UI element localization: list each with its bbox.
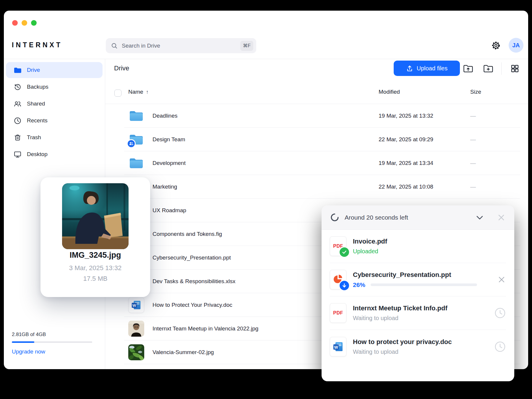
upload-item-action bbox=[494, 341, 506, 353]
file-modified: 19 Mar, 2025 at 13:34 bbox=[379, 160, 433, 166]
zoom-window-button[interactable] bbox=[31, 20, 37, 26]
file-row[interactable]: Development 19 Mar, 2025 at 13:34 — bbox=[105, 151, 528, 175]
drive-folder-icon bbox=[14, 66, 21, 74]
file-row-icon: W bbox=[128, 297, 144, 313]
backups-icon bbox=[14, 83, 22, 91]
upload-time-remaining: Around 20 seconds left bbox=[345, 214, 408, 221]
file-modified: 22 Mar, 2025 at 09:29 bbox=[379, 136, 433, 143]
waiting-clock-icon bbox=[494, 307, 506, 319]
close-icon bbox=[497, 213, 506, 222]
sidebar-item-shared[interactable]: Shared bbox=[6, 96, 103, 112]
minimize-window-button[interactable] bbox=[22, 20, 27, 26]
chevron-down-icon bbox=[475, 213, 485, 223]
search-bar[interactable]: ⌘F bbox=[106, 38, 256, 53]
upload-icon bbox=[406, 65, 413, 72]
recents-icon bbox=[14, 117, 22, 125]
sort-ascending-icon[interactable]: ↑ bbox=[146, 89, 149, 95]
uploading-arrow-badge bbox=[339, 280, 350, 291]
file-row-icon bbox=[128, 155, 144, 171]
upload-progress-bar bbox=[371, 283, 477, 286]
file-row[interactable]: Deadlines 19 Mar, 2025 at 13:32 — bbox=[105, 104, 528, 128]
sidebar-item-drive[interactable]: Drive bbox=[6, 62, 103, 78]
sidebar-item-backups[interactable]: Backups bbox=[6, 79, 103, 95]
file-name: How to Protect Your Privacy.doc bbox=[153, 302, 232, 308]
new-folder-button[interactable] bbox=[481, 62, 495, 75]
sidebar-item-desktop[interactable]: Desktop bbox=[6, 146, 103, 162]
trash-icon bbox=[14, 134, 22, 142]
avatar[interactable]: JA bbox=[509, 38, 523, 53]
gear-icon bbox=[491, 40, 501, 51]
file-name: Cybersecurity_Presentation.ppt bbox=[153, 254, 231, 261]
file-row[interactable]: Marketing 22 Mar, 2025 at 10:08 — bbox=[105, 175, 528, 199]
file-row[interactable]: Design Team 22 Mar, 2025 at 09:29 — bbox=[105, 128, 528, 151]
sidebar-item-trash[interactable]: Trash bbox=[6, 129, 103, 145]
svg-text:W: W bbox=[132, 303, 136, 308]
close-panel-button[interactable] bbox=[497, 213, 506, 222]
upload-item-name: Cybersecurity_Presentation.ppt bbox=[353, 271, 491, 279]
upload-folder-button[interactable] bbox=[461, 62, 475, 75]
waiting-clock-icon bbox=[494, 341, 506, 353]
storage-widget: 2.81GB of 4GB Upgrade now bbox=[12, 332, 95, 355]
storage-usage-label: 2.81GB of 4GB bbox=[12, 332, 95, 338]
select-all-checkbox[interactable] bbox=[114, 90, 121, 97]
search-icon bbox=[111, 43, 118, 49]
folder-icon bbox=[129, 109, 144, 122]
sidebar-item-recents[interactable]: Recents bbox=[6, 113, 103, 129]
file-row-icon bbox=[128, 108, 144, 124]
preview-filename: IMG_3245.jpg bbox=[40, 251, 150, 260]
screen: INTERNXT ⌘F JA Drive bbox=[0, 0, 532, 399]
photo-thumbnail-person bbox=[128, 321, 144, 337]
shared-folder-icon bbox=[129, 133, 144, 146]
file-size: — bbox=[470, 160, 476, 166]
column-size: Size bbox=[470, 89, 481, 95]
grid-view-button[interactable] bbox=[508, 62, 522, 75]
upload-files-button[interactable]: Upload files bbox=[394, 61, 460, 76]
file-size: — bbox=[470, 184, 476, 190]
file-modified: 22 Mar, 2025 at 10:08 bbox=[379, 184, 433, 190]
folder-icon bbox=[129, 157, 144, 170]
file-name: Design Team bbox=[153, 136, 185, 143]
upload-items-list: PDF Invoice.pdf Uploaded Cybersecurity_P… bbox=[322, 230, 514, 381]
upload-item: PDF Internxt Meetup Ticket Info.pdf Wait… bbox=[330, 296, 506, 330]
upload-progress-panel: Around 20 seconds left PDF Invoice.pdf U… bbox=[322, 205, 514, 381]
word-file-icon: W bbox=[330, 337, 346, 356]
search-shortcut-badge: ⌘F bbox=[240, 41, 253, 51]
file-size: — bbox=[470, 113, 476, 119]
settings-button[interactable] bbox=[490, 40, 502, 51]
svg-text:W: W bbox=[334, 345, 338, 349]
word-file-icon: W bbox=[128, 297, 144, 313]
upload-item-action[interactable] bbox=[497, 275, 506, 284]
toolbar-divider bbox=[501, 62, 502, 75]
spinner-icon bbox=[330, 213, 340, 222]
file-name: Components and Tokens.fig bbox=[153, 231, 222, 237]
collapse-panel-button[interactable] bbox=[475, 213, 485, 223]
upload-item-status: Waiting to upload bbox=[353, 315, 398, 322]
desktop-icon bbox=[14, 150, 22, 158]
column-name: Name bbox=[128, 89, 143, 95]
upload-item-status: Uploaded bbox=[353, 248, 378, 255]
search-input[interactable] bbox=[121, 42, 240, 49]
preview-size: 17.5 MB bbox=[40, 275, 150, 283]
close-window-button[interactable] bbox=[12, 20, 18, 26]
preview-date: 3 Mar, 2025 13:32 bbox=[40, 264, 150, 272]
page-title: Drive bbox=[114, 64, 129, 72]
cancel-upload-icon[interactable] bbox=[497, 275, 506, 284]
upload-item-status: 26% bbox=[353, 281, 365, 288]
upgrade-link[interactable]: Upgrade now bbox=[12, 348, 45, 355]
upload-item: W How to protect your privacy.doc Waitin… bbox=[330, 330, 506, 363]
sidebar-nav: Drive Backups Shared Recents Trash Deskt… bbox=[4, 62, 105, 162]
upload-item-name: Invoice.pdf bbox=[353, 238, 500, 245]
file-size: — bbox=[470, 136, 476, 143]
upload-item-action bbox=[494, 307, 506, 319]
upload-panel-header: Around 20 seconds left bbox=[322, 205, 514, 230]
sidebar-item-label: Backups bbox=[27, 84, 48, 90]
file-name: Marketing bbox=[153, 184, 177, 190]
upload-item-name: How to protect your privacy.doc bbox=[353, 338, 488, 346]
shared-members-badge bbox=[127, 139, 136, 148]
file-name: Development bbox=[153, 160, 186, 166]
file-row-icon bbox=[128, 321, 144, 337]
upload-files-label: Upload files bbox=[417, 65, 448, 72]
upload-item: PDF Invoice.pdf Uploaded bbox=[330, 230, 506, 263]
uploaded-check-badge bbox=[339, 246, 350, 258]
file-row-icon bbox=[128, 344, 144, 360]
